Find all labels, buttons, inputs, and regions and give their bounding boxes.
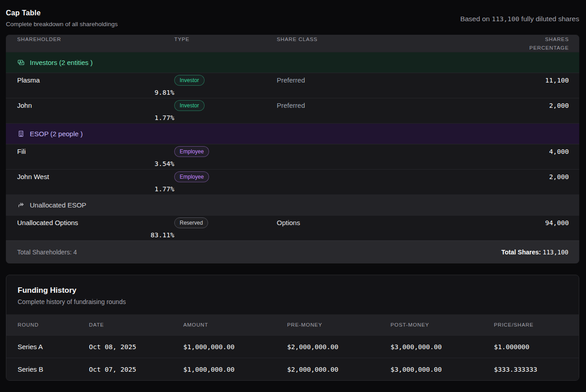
type-badge: Reserved [174,217,208,228]
col-amount: AMOUNT [183,322,287,327]
funding-history-title: Funding History [18,286,567,295]
funding-history-body: Series A Oct 08, 2025 $1,000,000.00 $2,0… [6,335,579,380]
type-badge: Investor [174,75,205,86]
shareholder-name: Unallocated Options [17,219,174,226]
total-shares-label: Total Shares: [502,249,543,256]
type-badge: Employee [174,171,209,182]
cap-table: SHAREHOLDER TYPE SHARE CLASS SHARES PERC… [6,35,579,263]
col-share-class: SHARE CLASS [277,37,456,42]
group-label: Unallocated ESOP [30,201,86,209]
type-badge: Investor [174,100,205,111]
round-pre-money: $2,000,000.00 [287,343,391,350]
shareholder-name: Plasma [17,76,174,84]
funding-round-row: Series B Oct 07, 2025 $1,000,000.00 $2,0… [6,358,579,380]
group-header-row[interactable]: Unallocated ESOP [6,194,579,215]
page-subtitle: Complete breakdown of all shareholdings [6,21,118,28]
round-date: Oct 07, 2025 [89,366,183,373]
shareholder-row: John Investor Preferred 2,000 1.77% [6,98,579,123]
percentage-value: 3.54% [17,160,174,167]
round-price-share: $333.333333 [494,366,568,373]
group-label: Investors (2 entities ) [30,59,93,66]
shareholder-row: John West Employee 2,000 1.77% [6,169,579,194]
total-shares-value: 113,100 [543,249,568,256]
shareholder-row: Plasma Investor Preferred 11,100 9.81% [6,73,579,98]
shares-value: 11,100 [456,77,569,84]
shares-value: 4,000 [456,148,569,155]
col-pre-money: PRE-MONEY [287,322,391,327]
col-round: ROUND [18,322,89,327]
building-icon [17,130,25,138]
percentage-value: 1.77% [17,114,174,121]
fully-diluted-suffix: fully diluted shares [519,15,579,23]
share-class-value: Preferred [277,101,456,109]
group-header-row[interactable]: ESOP (2 people ) [6,123,579,144]
fully-diluted-prefix: Based on [460,15,492,23]
percentage-value: 83.11% [17,231,174,239]
col-percentage: PERCENTAGE [456,45,569,51]
col-price-share: PRICE/SHARE [494,322,568,327]
funding-round-row: Series A Oct 08, 2025 $1,000,000.00 $2,0… [6,335,579,358]
shareholder-name: John [17,101,174,109]
type-badge: Employee [174,146,209,157]
funding-history-column-headers: ROUND DATE AMOUNT PRE-MONEY POST-MONEY P… [6,314,579,335]
round-name: Series A [18,343,89,350]
shareholder-row: Unallocated Options Reserved Options 94,… [6,215,579,240]
share-class-value: Options [277,219,456,226]
round-amount: $1,000,000.00 [183,343,287,350]
cap-table-header: Cap Table Complete breakdown of all shar… [6,9,579,28]
col-type: TYPE [174,37,277,42]
round-post-money: $3,000,000.00 [391,343,494,350]
round-price-share: $1.000000 [494,343,568,350]
round-date: Oct 08, 2025 [89,343,183,350]
round-pre-money: $2,000,000.00 [287,366,391,373]
page-title: Cap Table [6,9,118,17]
shares-value: 2,000 [456,173,569,180]
total-shares: Total Shares: 113,100 [502,249,568,256]
round-name: Series B [18,365,89,373]
fully-diluted-note: Based on 113,100 fully diluted shares [460,15,579,23]
percentage-value: 9.81% [17,89,174,96]
funding-history-card: Funding History Complete history of fund… [6,275,579,381]
round-amount: $1,000,000.00 [183,366,287,373]
shares-value: 94,000 [456,219,569,226]
forward-arrows-icon [17,201,25,209]
group-label: ESOP (2 people ) [30,130,83,138]
fully-diluted-value: 113,100 [492,15,519,23]
shares-value: 2,000 [456,102,569,109]
col-shareholder: SHAREHOLDER [17,37,174,42]
funding-history-subtitle: Complete history of fundraising rounds [18,298,567,305]
cap-table-body: Investors (2 entities ) Plasma Investor … [6,52,579,240]
funding-history-header: Funding History Complete history of fund… [6,275,579,314]
share-class-value: Preferred [277,76,456,84]
cap-table-titles: Cap Table Complete breakdown of all shar… [6,9,118,28]
round-post-money: $3,000,000.00 [391,366,494,373]
cap-table-footer: Total Shareholders: 4 Total Shares: 113,… [6,240,579,263]
col-post-money: POST-MONEY [391,322,494,327]
shareholder-name: Fili [17,148,174,155]
shareholder-row: Fili Employee 4,000 3.54% [6,144,579,169]
col-date: DATE [89,322,183,327]
percentage-value: 1.77% [17,185,174,193]
banknotes-icon [17,59,25,66]
group-header-row[interactable]: Investors (2 entities ) [6,52,579,73]
cap-table-column-headers: SHAREHOLDER TYPE SHARE CLASS SHARES PERC… [6,35,579,52]
shareholder-name: John West [17,173,174,180]
total-shareholders: Total Shareholders: 4 [17,249,77,256]
col-shares: SHARES [456,37,569,42]
